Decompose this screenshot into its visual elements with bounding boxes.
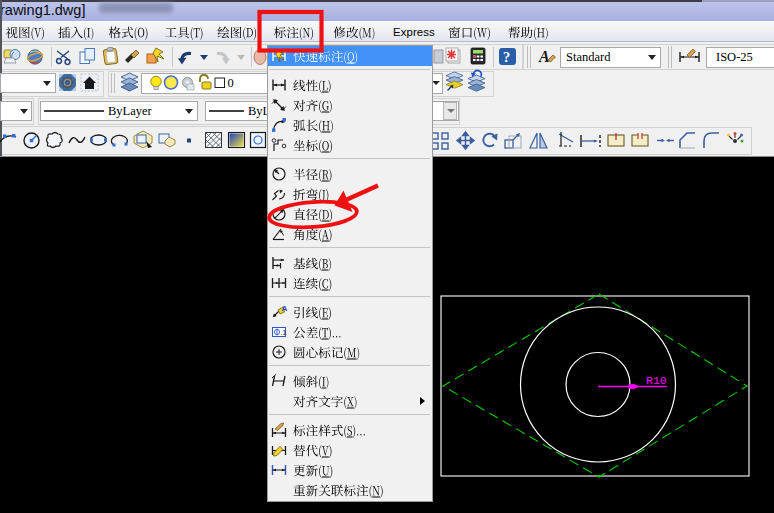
svg-text:R10: R10 xyxy=(646,374,667,387)
